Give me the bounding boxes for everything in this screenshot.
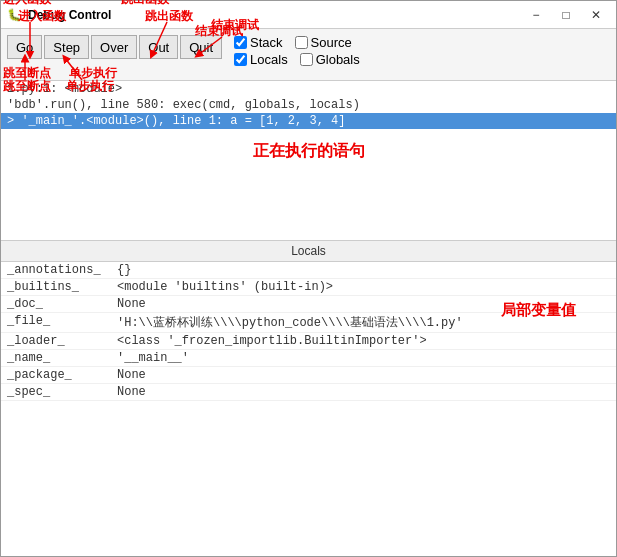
globals-label: Globals xyxy=(316,52,360,67)
locals-val-file: 'H:\\蓝桥杯训练\\\\python_code\\\\基础语法\\\\1.p… xyxy=(117,314,463,331)
locals-panel: Locals _annotations_ {} _builtins_ <modu… xyxy=(1,241,616,556)
title-bar: 🐛 Debug Control − □ ✕ xyxy=(1,1,616,29)
code-area[interactable]: 1.py:1: <module> 'bdb'.run(), line 580: … xyxy=(1,81,616,241)
toolbar: Go Step Over Out Quit Stack Source L xyxy=(1,29,616,81)
stack-label: Stack xyxy=(250,35,283,50)
goto-breakpoint-annotation: 跳至断点 xyxy=(3,65,51,82)
locals-checkbox-label[interactable]: Locals xyxy=(234,52,288,67)
window-icon: 🐛 xyxy=(7,8,22,22)
code-line-2: 'bdb'.run(), line 580: exec(cmd, globals… xyxy=(1,97,616,113)
locals-row-doc: _doc_ None xyxy=(1,296,616,313)
go-button[interactable]: Go xyxy=(7,35,42,59)
locals-key-spec: _spec_ xyxy=(7,385,117,399)
locals-key-annotations: _annotations_ xyxy=(7,263,117,277)
checkbox-row-1: Stack Source xyxy=(234,35,360,50)
locals-row-spec: _spec_ None xyxy=(1,384,616,401)
minimize-button[interactable]: − xyxy=(522,5,550,25)
globals-checkbox[interactable] xyxy=(300,53,313,66)
locals-val-builtins: <module 'builtins' (built-in)> xyxy=(117,280,333,294)
window-title: Debug Control xyxy=(28,8,111,22)
locals-val-annotations: {} xyxy=(117,263,131,277)
locals-val-spec: None xyxy=(117,385,146,399)
locals-key-doc: _doc_ xyxy=(7,297,117,311)
locals-val-loader: <class '_frozen_importlib.BuiltinImporte… xyxy=(117,334,427,348)
title-bar-controls: − □ ✕ xyxy=(522,5,610,25)
locals-key-file: _file_ xyxy=(7,314,117,331)
code-line-3: > '_main_'.<module>(), line 1: a = [1, 2… xyxy=(1,113,616,129)
locals-row-annotations: _annotations_ {} xyxy=(1,262,616,279)
title-bar-left: 🐛 Debug Control xyxy=(7,8,111,22)
locals-key-package: _package_ xyxy=(7,368,117,382)
locals-content[interactable]: _annotations_ {} _builtins_ <module 'bui… xyxy=(1,262,616,556)
code-line-1: 1.py:1: <module> xyxy=(1,81,616,97)
step-button[interactable]: Step xyxy=(44,35,89,59)
globals-checkbox-label[interactable]: Globals xyxy=(300,52,360,67)
locals-label: Locals xyxy=(250,52,288,67)
stack-checkbox[interactable] xyxy=(234,36,247,49)
locals-key-builtins: _builtins_ xyxy=(7,280,117,294)
locals-val-package: None xyxy=(117,368,146,382)
over-button[interactable]: Over xyxy=(91,35,137,59)
locals-row-builtins: _builtins_ <module 'builtins' (built-in)… xyxy=(1,279,616,296)
out-button[interactable]: Out xyxy=(139,35,178,59)
close-button[interactable]: ✕ xyxy=(582,5,610,25)
executing-sentence-annotation: 正在执行的语句 xyxy=(253,141,365,162)
locals-header: Locals xyxy=(1,241,616,262)
checkboxes-area: Stack Source Locals Globals xyxy=(234,35,360,67)
checkbox-row-2: Locals Globals xyxy=(234,52,360,67)
quit-button[interactable]: Quit xyxy=(180,35,222,59)
locals-val-name: '__main__' xyxy=(117,351,189,365)
locals-row-loader: _loader_ <class '_frozen_importlib.Built… xyxy=(1,333,616,350)
locals-val-doc: None xyxy=(117,297,146,311)
locals-key-name: _name_ xyxy=(7,351,117,365)
locals-row-file: _file_ 'H:\\蓝桥杯训练\\\\python_code\\\\基础语法… xyxy=(1,313,616,333)
source-label: Source xyxy=(311,35,352,50)
source-checkbox[interactable] xyxy=(295,36,308,49)
stack-checkbox-label[interactable]: Stack xyxy=(234,35,283,50)
locals-row-package: _package_ None xyxy=(1,367,616,384)
maximize-button[interactable]: □ xyxy=(552,5,580,25)
locals-checkbox[interactable] xyxy=(234,53,247,66)
source-checkbox-label[interactable]: Source xyxy=(295,35,352,50)
debug-control-window: 🐛 Debug Control − □ ✕ Go Step Over Out Q… xyxy=(0,0,617,557)
step-exec-annotation: 单步执行 xyxy=(69,65,117,82)
locals-row-name: _name_ '__main__' xyxy=(1,350,616,367)
locals-key-loader: _loader_ xyxy=(7,334,117,348)
debug-buttons: Go Step Over Out Quit xyxy=(7,35,222,59)
